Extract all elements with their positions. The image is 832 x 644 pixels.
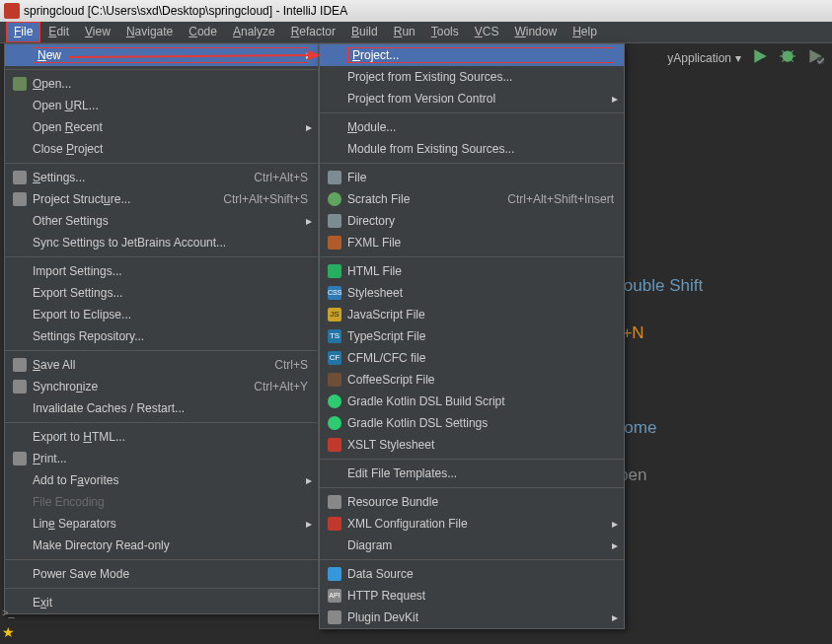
new-menu-item-gradle-kotlin-dsl-settings[interactable]: Gradle Kotlin DSL Settings [320, 412, 624, 434]
menu-item-label: Edit File Templates... [347, 466, 614, 480]
menu-vcs[interactable]: VCS [467, 22, 507, 42]
separator [5, 588, 318, 589]
menu-navigate[interactable]: Navigate [118, 22, 181, 42]
file-menu-item-other-settings[interactable]: Other Settings▸ [5, 210, 318, 232]
terminal-icon[interactable]: >_ [2, 607, 15, 618]
new-menu-item-module[interactable]: Module... [320, 116, 624, 138]
menu-item-label: Save All [33, 358, 251, 372]
new-menu-item-gradle-kotlin-dsl-build-script[interactable]: Gradle Kotlin DSL Build Script [320, 391, 624, 412]
file-menu-item-export-settings[interactable]: Export Settings... [5, 282, 318, 304]
file-menu-item-sync-settings-to-jetbrains-account[interactable]: Sync Settings to JetBrains Account... [5, 232, 318, 253]
file-menu-item-import-settings[interactable]: Import Settings... [5, 260, 318, 282]
file-menu-item-open-url[interactable]: Open URL... [5, 95, 318, 116]
new-menu-item-scratch-file[interactable]: Scratch FileCtrl+Alt+Shift+Insert [320, 188, 624, 210]
new-menu-item-javascript-file[interactable]: JSJavaScript File [320, 304, 624, 325]
menu-file[interactable]: File [6, 22, 40, 42]
separator [5, 69, 318, 70]
file-menu-item-print[interactable]: Print... [5, 448, 318, 469]
menu-item-label: Project... [347, 47, 614, 63]
new-menu-item-data-source[interactable]: Data Source [320, 563, 624, 585]
file-menu-item-make-directory-read-only[interactable]: Make Directory Read-only [5, 535, 318, 556]
file-menu-item-export-to-html[interactable]: Export to HTML... [5, 426, 318, 448]
file-menu-item-line-separators[interactable]: Line Separators▸ [5, 513, 318, 535]
menu-code[interactable]: Code [181, 22, 225, 42]
sync-icon [13, 380, 27, 394]
new-menu-item-typescript-file[interactable]: TSTypeScript File [320, 325, 624, 347]
keyboard-shortcut: Double Shift [612, 276, 704, 295]
struct-icon [13, 192, 27, 206]
new-menu-item-xml-configuration-file[interactable]: XML Configuration File▸ [320, 513, 624, 535]
cf-icon: CF [328, 351, 341, 365]
new-menu-item-http-request[interactable]: APIHTTP Request [320, 585, 624, 607]
shortcut: Ctrl+Alt+Shift+Insert [507, 192, 614, 206]
new-menu-item-html-file[interactable]: HTML File [320, 260, 624, 282]
gradle-icon [328, 394, 341, 408]
file-menu-item-new[interactable]: New▸ [5, 44, 318, 66]
file-menu-item-save-all[interactable]: Save AllCtrl+S [5, 354, 318, 376]
file-menu-item-settings[interactable]: Settings...Ctrl+Alt+S [5, 167, 318, 188]
coverage-icon[interactable] [806, 47, 824, 69]
new-menu-item-directory[interactable]: Directory [320, 210, 624, 232]
new-menu-item-fxml-file[interactable]: FXML File [320, 232, 624, 253]
menu-item-label: Export to HTML... [33, 430, 308, 444]
file-menu-item-project-structure[interactable]: Project Structure...Ctrl+Alt+Shift+S [5, 188, 318, 210]
new-menu-item-project[interactable]: Project... [320, 44, 624, 66]
file-menu-item-settings-repository[interactable]: Settings Repository... [5, 325, 318, 347]
chevron-down-icon: ▾ [735, 51, 741, 65]
file-menu-item-synchronize[interactable]: SynchronizeCtrl+Alt+Y [5, 376, 318, 397]
separator [320, 487, 624, 488]
new-menu-item-module-from-existing-sources[interactable]: Module from Existing Sources... [320, 138, 624, 160]
new-menu-item-cfml-cfc-file[interactable]: CFCFML/CFC file [320, 347, 624, 369]
separator [5, 559, 318, 560]
file-menu-item-close-project[interactable]: Close Project [5, 138, 318, 160]
plugin-icon [328, 610, 341, 624]
menu-run[interactable]: Run [386, 22, 423, 42]
menu-window[interactable]: Window [506, 22, 565, 42]
menu-build[interactable]: Build [343, 22, 386, 42]
file-menu-item-add-to-favorites[interactable]: Add to Favorites▸ [5, 469, 318, 491]
menu-edit[interactable]: Edit [40, 22, 77, 42]
menu-help[interactable]: Help [565, 22, 605, 42]
menu-item-label: Open Recent [33, 120, 308, 134]
new-menu-item-plugin-devkit[interactable]: Plugin DevKit▸ [320, 607, 624, 628]
debug-icon[interactable] [779, 47, 796, 69]
new-menu-item-xslt-stylesheet[interactable]: XSLT Stylesheet [320, 434, 624, 456]
file-menu-item-power-save-mode[interactable]: Power Save Mode [5, 563, 318, 585]
file-menu-item-open-recent[interactable]: Open Recent▸ [5, 116, 318, 138]
menu-view[interactable]: View [77, 22, 118, 42]
dir-icon [328, 214, 341, 228]
file-menu-item-exit[interactable]: Exit [5, 592, 318, 613]
menu-tools[interactable]: Tools [423, 22, 467, 42]
menu-item-label: Close Project [33, 142, 308, 156]
file-menu-item-open[interactable]: Open... [5, 73, 318, 95]
file-icon [328, 171, 341, 184]
submenu-arrow-icon: ▸ [306, 48, 312, 62]
separator [320, 559, 624, 560]
new-menu-item-coffeescript-file[interactable]: CoffeeScript File [320, 369, 624, 391]
menu-refactor[interactable]: Refactor [283, 22, 343, 42]
new-menu-item-project-from-existing-sources[interactable]: Project from Existing Sources... [320, 66, 624, 88]
menu-analyze[interactable]: Analyze [225, 22, 283, 42]
menu-item-label: CoffeeScript File [347, 373, 614, 387]
new-menu-item-edit-file-templates[interactable]: Edit File Templates... [320, 463, 624, 484]
separator [5, 350, 318, 351]
menu-item-label: Open... [33, 77, 308, 91]
menu-item-label: Data Source [347, 567, 614, 581]
favorites-icon[interactable]: ★ [2, 624, 15, 640]
file-menu-item-invalidate-caches-restart[interactable]: Invalidate Caches / Restart... [5, 397, 318, 419]
run-icon[interactable] [751, 47, 769, 69]
new-menu-item-diagram[interactable]: Diagram▸ [320, 535, 624, 556]
file-menu-item-export-to-eclipse[interactable]: Export to Eclipse... [5, 304, 318, 325]
new-menu-item-project-from-version-control[interactable]: Project from Version Control▸ [320, 88, 624, 109]
toolbar-right: yApplication ▾ [667, 47, 824, 69]
menu-item-label: HTML File [347, 264, 614, 278]
menu-item-label: Sync Settings to JetBrains Account... [33, 236, 308, 250]
menu-item-label: Power Save Mode [33, 567, 308, 581]
menu-item-label: File [347, 171, 614, 184]
run-config-selector[interactable]: yApplication ▾ [667, 51, 741, 65]
new-menu-item-file[interactable]: File [320, 167, 624, 188]
run-config-label: yApplication [667, 51, 731, 65]
new-menu-item-stylesheet[interactable]: CSSStylesheet [320, 282, 624, 304]
new-menu-item-resource-bundle[interactable]: Resource Bundle [320, 491, 624, 513]
folder-icon [13, 77, 27, 91]
